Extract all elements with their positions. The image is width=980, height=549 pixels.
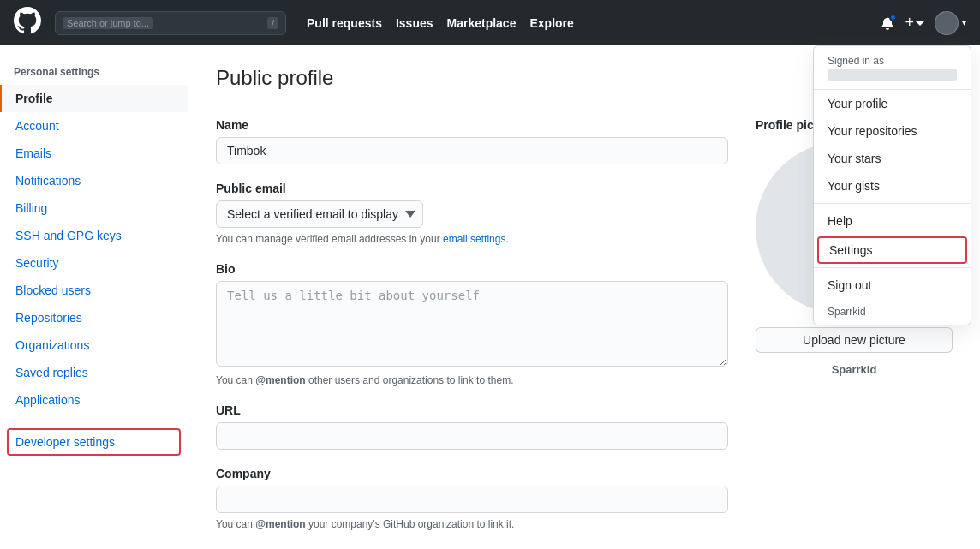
- github-logo[interactable]: [14, 7, 41, 39]
- dropdown-divider-1: [814, 203, 971, 204]
- profile-username-label: Sparrkid: [756, 363, 953, 376]
- name-label: Name: [216, 118, 728, 132]
- create-new-button[interactable]: +: [905, 14, 924, 32]
- search-placeholder-text: Search or jump to...: [63, 17, 153, 29]
- sidebar-section-title: Personal settings: [0, 59, 188, 85]
- dropdown-your-repositories[interactable]: Your repositories: [814, 117, 971, 145]
- sidebar-item-repositories[interactable]: Repositories: [0, 304, 188, 331]
- dropdown-signed-in-section: Signed in as: [814, 46, 971, 90]
- bio-field-group: Bio You can @mention other users and org…: [216, 262, 728, 386]
- nav-explore[interactable]: Explore: [529, 16, 573, 30]
- dropdown-footer-username: Sparrkid: [814, 299, 971, 325]
- nav-pull-requests[interactable]: Pull requests: [307, 16, 382, 30]
- sidebar-item-saved-replies[interactable]: Saved replies: [0, 359, 188, 386]
- sidebar-item-profile[interactable]: Profile: [0, 85, 188, 112]
- sidebar-item-ssh-gpg-keys[interactable]: SSH and GPG keys: [0, 222, 188, 249]
- sidebar-item-security[interactable]: Security: [0, 249, 188, 277]
- notifications-button[interactable]: [881, 16, 894, 30]
- url-label: URL: [216, 403, 728, 417]
- avatar: [935, 11, 959, 35]
- sidebar-item-billing[interactable]: Billing: [0, 194, 188, 222]
- public-email-select[interactable]: Select a verified email to display: [216, 200, 423, 228]
- public-email-hint: You can manage verified email addresses …: [216, 233, 728, 245]
- dropdown-help[interactable]: Help: [814, 207, 971, 235]
- sidebar-item-applications[interactable]: Applications: [0, 386, 188, 414]
- nav-links: Pull requests Issues Marketplace Explore: [307, 16, 574, 30]
- sidebar-item-account[interactable]: Account: [0, 112, 188, 140]
- company-hint: You can @mention your company's GitHub o…: [216, 518, 728, 530]
- upload-picture-button[interactable]: Upload new picture: [756, 327, 953, 353]
- user-avatar-button[interactable]: ▾: [935, 11, 966, 35]
- nav-marketplace[interactable]: Marketplace: [447, 16, 517, 30]
- signed-in-label: Signed in as: [828, 55, 957, 67]
- company-field-group: Company You can @mention your company's …: [216, 467, 728, 530]
- email-settings-link[interactable]: email settings.: [443, 233, 509, 245]
- user-dropdown-menu: Signed in as Your profile Your repositor…: [813, 45, 971, 325]
- search-bar[interactable]: Search or jump to... /: [55, 11, 286, 35]
- dropdown-your-stars[interactable]: Your stars: [814, 145, 971, 172]
- public-email-label: Public email: [216, 182, 728, 195]
- form-left-section: Name Public email Select a verified emai…: [216, 118, 728, 547]
- sidebar-item-organizations[interactable]: Organizations: [0, 331, 188, 359]
- sidebar-item-blocked-users[interactable]: Blocked users: [0, 277, 188, 304]
- dropdown-your-profile[interactable]: Your profile: [814, 90, 971, 117]
- sidebar-divider: [0, 421, 188, 421]
- bio-label: Bio: [216, 262, 728, 276]
- url-input[interactable]: [216, 422, 728, 450]
- sidebar: Personal settings Profile Account Emails…: [0, 45, 188, 549]
- dropdown-your-gists[interactable]: Your gists: [814, 172, 971, 200]
- name-field-group: Name: [216, 118, 728, 164]
- public-email-field-group: Public email Select a verified email to …: [216, 182, 728, 245]
- name-input[interactable]: [216, 137, 728, 164]
- dropdown-settings[interactable]: Settings: [817, 236, 967, 264]
- bio-textarea[interactable]: [216, 281, 728, 367]
- dropdown-username-blurred: [828, 69, 957, 81]
- search-shortcut-badge: /: [267, 17, 278, 29]
- bio-hint: You can @mention other users and organiz…: [216, 374, 728, 386]
- company-input[interactable]: [216, 486, 728, 513]
- url-field-group: URL: [216, 403, 728, 450]
- company-label: Company: [216, 467, 728, 480]
- sidebar-developer-settings[interactable]: Developer settings: [7, 428, 181, 456]
- dropdown-sign-out[interactable]: Sign out: [814, 272, 971, 299]
- sidebar-item-notifications[interactable]: Notifications: [0, 167, 188, 194]
- nav-right-section: + ▾: [881, 11, 966, 35]
- nav-issues[interactable]: Issues: [396, 16, 433, 30]
- top-navigation: Search or jump to... / Pull requests Iss…: [0, 0, 980, 45]
- notification-badge: [889, 14, 897, 21]
- sidebar-item-emails[interactable]: Emails: [0, 140, 188, 167]
- dropdown-divider-2: [814, 267, 971, 268]
